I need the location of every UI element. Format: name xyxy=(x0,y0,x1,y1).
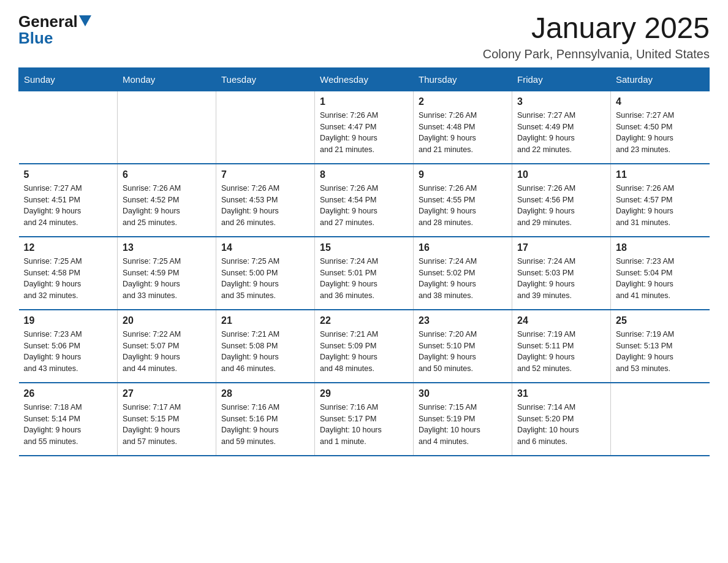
calendar-cell: 30Sunrise: 7:15 AMSunset: 5:19 PMDayligh… xyxy=(414,383,512,456)
day-info: Sunrise: 7:26 AMSunset: 4:53 PMDaylight:… xyxy=(221,183,309,229)
day-info: Sunrise: 7:26 AMSunset: 4:47 PMDaylight:… xyxy=(320,110,408,156)
day-number: 19 xyxy=(24,315,113,326)
day-number: 27 xyxy=(123,388,211,399)
day-info: Sunrise: 7:25 AMSunset: 4:59 PMDaylight:… xyxy=(123,256,211,302)
day-info: Sunrise: 7:21 AMSunset: 5:08 PMDaylight:… xyxy=(221,329,309,375)
calendar-cell: 26Sunrise: 7:18 AMSunset: 5:14 PMDayligh… xyxy=(19,383,118,456)
day-number: 5 xyxy=(24,169,113,180)
day-number: 23 xyxy=(419,315,507,326)
day-info: Sunrise: 7:21 AMSunset: 5:09 PMDaylight:… xyxy=(320,329,408,375)
day-number: 24 xyxy=(517,315,605,326)
day-info: Sunrise: 7:16 AMSunset: 5:17 PMDaylight:… xyxy=(320,402,408,448)
day-info: Sunrise: 7:23 AMSunset: 5:06 PMDaylight:… xyxy=(24,329,113,375)
logo: General Blue xyxy=(18,12,91,48)
day-info: Sunrise: 7:27 AMSunset: 4:50 PMDaylight:… xyxy=(616,110,705,156)
calendar-cell: 3Sunrise: 7:27 AMSunset: 4:49 PMDaylight… xyxy=(512,91,611,164)
location-subtitle: Colony Park, Pennsylvania, United States xyxy=(483,47,710,61)
day-info: Sunrise: 7:24 AMSunset: 5:03 PMDaylight:… xyxy=(517,256,605,302)
calendar-cell: 6Sunrise: 7:26 AMSunset: 4:52 PMDaylight… xyxy=(118,164,216,237)
calendar-cell: 13Sunrise: 7:25 AMSunset: 4:59 PMDayligh… xyxy=(118,237,216,310)
header-friday: Friday xyxy=(512,67,611,91)
page-header: General Blue January 2025 Colony Park, P… xyxy=(18,12,710,61)
month-title: January 2025 xyxy=(483,12,710,45)
day-number: 28 xyxy=(221,388,309,399)
day-number: 15 xyxy=(320,242,408,253)
day-number: 31 xyxy=(517,388,605,399)
calendar-cell xyxy=(118,91,216,164)
day-number: 2 xyxy=(419,96,507,107)
day-number: 7 xyxy=(221,169,309,180)
day-number: 17 xyxy=(517,242,605,253)
calendar-cell: 1Sunrise: 7:26 AMSunset: 4:47 PMDaylight… xyxy=(315,91,414,164)
day-info: Sunrise: 7:22 AMSunset: 5:07 PMDaylight:… xyxy=(123,329,211,375)
calendar-cell: 25Sunrise: 7:19 AMSunset: 5:13 PMDayligh… xyxy=(611,310,710,383)
header-wednesday: Wednesday xyxy=(315,67,414,91)
day-info: Sunrise: 7:26 AMSunset: 4:56 PMDaylight:… xyxy=(517,183,605,229)
day-number: 20 xyxy=(123,315,211,326)
day-info: Sunrise: 7:19 AMSunset: 5:11 PMDaylight:… xyxy=(517,329,605,375)
day-info: Sunrise: 7:24 AMSunset: 5:02 PMDaylight:… xyxy=(419,256,507,302)
calendar-cell: 23Sunrise: 7:20 AMSunset: 5:10 PMDayligh… xyxy=(414,310,512,383)
calendar-cell: 15Sunrise: 7:24 AMSunset: 5:01 PMDayligh… xyxy=(315,237,414,310)
day-info: Sunrise: 7:18 AMSunset: 5:14 PMDaylight:… xyxy=(24,402,113,448)
calendar-cell: 29Sunrise: 7:16 AMSunset: 5:17 PMDayligh… xyxy=(315,383,414,456)
day-info: Sunrise: 7:14 AMSunset: 5:20 PMDaylight:… xyxy=(517,402,605,448)
calendar-cell xyxy=(216,91,315,164)
calendar-cell: 24Sunrise: 7:19 AMSunset: 5:11 PMDayligh… xyxy=(512,310,611,383)
day-info: Sunrise: 7:25 AMSunset: 4:58 PMDaylight:… xyxy=(24,256,113,302)
calendar-cell: 14Sunrise: 7:25 AMSunset: 5:00 PMDayligh… xyxy=(216,237,315,310)
day-number: 1 xyxy=(320,96,408,107)
day-number: 21 xyxy=(221,315,309,326)
calendar-cell: 20Sunrise: 7:22 AMSunset: 5:07 PMDayligh… xyxy=(118,310,216,383)
title-area: January 2025 Colony Park, Pennsylvania, … xyxy=(483,12,710,61)
calendar-cell: 27Sunrise: 7:17 AMSunset: 5:15 PMDayligh… xyxy=(118,383,216,456)
calendar-cell: 9Sunrise: 7:26 AMSunset: 4:55 PMDaylight… xyxy=(414,164,512,237)
day-number: 3 xyxy=(517,96,605,107)
day-number: 6 xyxy=(123,169,211,180)
day-number: 18 xyxy=(616,242,705,253)
day-info: Sunrise: 7:19 AMSunset: 5:13 PMDaylight:… xyxy=(616,329,705,375)
day-number: 30 xyxy=(419,388,507,399)
calendar-cell: 5Sunrise: 7:27 AMSunset: 4:51 PMDaylight… xyxy=(19,164,118,237)
header-tuesday: Tuesday xyxy=(216,67,315,91)
calendar-cell: 10Sunrise: 7:26 AMSunset: 4:56 PMDayligh… xyxy=(512,164,611,237)
day-info: Sunrise: 7:20 AMSunset: 5:10 PMDaylight:… xyxy=(419,329,507,375)
calendar-table: SundayMondayTuesdayWednesdayThursdayFrid… xyxy=(18,67,710,456)
week-row-1: 1Sunrise: 7:26 AMSunset: 4:47 PMDaylight… xyxy=(19,91,710,164)
day-info: Sunrise: 7:27 AMSunset: 4:51 PMDaylight:… xyxy=(24,183,113,229)
day-number: 13 xyxy=(123,242,211,253)
day-number: 10 xyxy=(517,169,605,180)
day-info: Sunrise: 7:27 AMSunset: 4:49 PMDaylight:… xyxy=(517,110,605,156)
calendar-cell xyxy=(19,91,118,164)
day-number: 11 xyxy=(616,169,705,180)
calendar-cell: 8Sunrise: 7:26 AMSunset: 4:54 PMDaylight… xyxy=(315,164,414,237)
calendar-cell: 2Sunrise: 7:26 AMSunset: 4:48 PMDaylight… xyxy=(414,91,512,164)
day-number: 8 xyxy=(320,169,408,180)
day-number: 16 xyxy=(419,242,507,253)
calendar-cell xyxy=(611,383,710,456)
calendar-header-row: SundayMondayTuesdayWednesdayThursdayFrid… xyxy=(19,67,710,91)
day-number: 26 xyxy=(24,388,113,399)
header-saturday: Saturday xyxy=(611,67,710,91)
calendar-cell: 12Sunrise: 7:25 AMSunset: 4:58 PMDayligh… xyxy=(19,237,118,310)
day-number: 12 xyxy=(24,242,113,253)
day-number: 4 xyxy=(616,96,705,107)
week-row-5: 26Sunrise: 7:18 AMSunset: 5:14 PMDayligh… xyxy=(19,383,710,456)
header-thursday: Thursday xyxy=(414,67,512,91)
calendar-cell: 19Sunrise: 7:23 AMSunset: 5:06 PMDayligh… xyxy=(19,310,118,383)
logo-blue-text: Blue xyxy=(18,29,53,48)
day-info: Sunrise: 7:26 AMSunset: 4:57 PMDaylight:… xyxy=(616,183,705,229)
day-number: 9 xyxy=(419,169,507,180)
day-info: Sunrise: 7:16 AMSunset: 5:16 PMDaylight:… xyxy=(221,402,309,448)
week-row-2: 5Sunrise: 7:27 AMSunset: 4:51 PMDaylight… xyxy=(19,164,710,237)
day-info: Sunrise: 7:24 AMSunset: 5:01 PMDaylight:… xyxy=(320,256,408,302)
calendar-cell: 7Sunrise: 7:26 AMSunset: 4:53 PMDaylight… xyxy=(216,164,315,237)
calendar-cell: 4Sunrise: 7:27 AMSunset: 4:50 PMDaylight… xyxy=(611,91,710,164)
day-info: Sunrise: 7:26 AMSunset: 4:55 PMDaylight:… xyxy=(419,183,507,229)
calendar-cell: 17Sunrise: 7:24 AMSunset: 5:03 PMDayligh… xyxy=(512,237,611,310)
logo-triangle-icon xyxy=(79,15,91,26)
week-row-4: 19Sunrise: 7:23 AMSunset: 5:06 PMDayligh… xyxy=(19,310,710,383)
calendar-cell: 18Sunrise: 7:23 AMSunset: 5:04 PMDayligh… xyxy=(611,237,710,310)
day-info: Sunrise: 7:23 AMSunset: 5:04 PMDaylight:… xyxy=(616,256,705,302)
calendar-cell: 28Sunrise: 7:16 AMSunset: 5:16 PMDayligh… xyxy=(216,383,315,456)
